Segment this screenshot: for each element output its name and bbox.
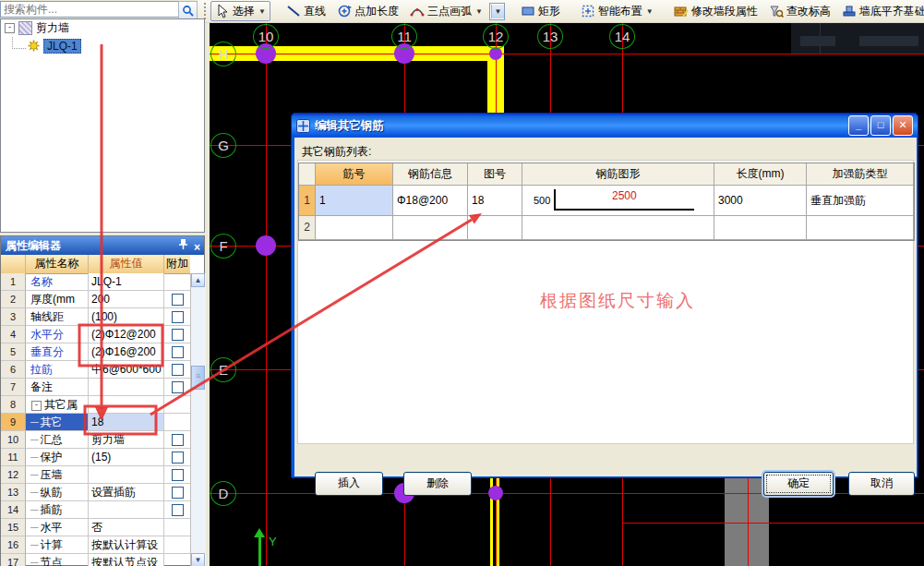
rebar-info-cell[interactable]: Φ18@200	[393, 186, 468, 216]
figure-no-cell[interactable]	[468, 216, 522, 240]
toolbar-button-three-point-arc[interactable]: 三点画弧▼	[405, 1, 487, 21]
close-button[interactable]: ✕	[893, 115, 913, 136]
maximize-button[interactable]: □	[870, 115, 891, 136]
property-value[interactable]: (15)	[89, 449, 164, 466]
property-row-number[interactable]: 2	[1, 291, 26, 308]
property-value[interactable]: 否	[89, 519, 164, 536]
property-value[interactable]: 设置插筋	[89, 484, 164, 501]
property-value[interactable]: 18	[89, 414, 164, 431]
extra-checkbox[interactable]	[172, 346, 184, 358]
property-row-number[interactable]: 16	[1, 536, 26, 554]
property-row-number[interactable]: 13	[1, 484, 26, 501]
property-value[interactable]: 中6@600*600	[89, 361, 164, 379]
extra-checkbox[interactable]	[172, 329, 184, 341]
column-header-length[interactable]: 长度(mm)	[714, 163, 807, 186]
property-row-number[interactable]: 11	[1, 449, 26, 466]
length-cell[interactable]	[714, 216, 807, 240]
rebar-shape-cell[interactable]: 500 2500	[522, 186, 714, 216]
length-cell[interactable]: 3000	[714, 186, 807, 216]
search-button[interactable]	[178, 1, 198, 19]
delete-button[interactable]: 删除	[403, 472, 472, 496]
property-table-scrollbar[interactable]: ▲ ▼	[190, 273, 206, 566]
extra-checkbox[interactable]	[172, 469, 184, 481]
toolbar-combo-style-combo[interactable]: ▼	[489, 3, 505, 20]
property-row-number[interactable]: 7	[1, 379, 26, 396]
property-value[interactable]	[89, 379, 164, 396]
toolbar-button-check-elevation[interactable]: 查改标高	[764, 1, 835, 21]
ok-button[interactable]: 确定	[763, 472, 834, 496]
dialog-titlebar[interactable]: 编辑其它钢筋 _ □ ✕	[292, 114, 918, 138]
pin-icon[interactable]	[178, 238, 188, 250]
column-header-figure-no[interactable]: 图号	[468, 163, 522, 186]
property-value[interactable]: 200	[89, 291, 164, 308]
tree-collapse-icon[interactable]: -	[5, 23, 15, 33]
column-header-rebar-shape[interactable]: 钢筋图形	[522, 163, 714, 186]
toolbar-button-modify-wall-props[interactable]: 修改墙段属性	[669, 1, 762, 21]
chevron-down-icon[interactable]: ▼	[258, 7, 266, 16]
extra-checkbox[interactable]	[172, 452, 184, 464]
toolbar-button-rectangle[interactable]: 矩形	[516, 1, 565, 21]
extra-checkbox[interactable]	[172, 311, 184, 323]
scrollbar-thumb[interactable]	[191, 366, 205, 390]
property-row-number[interactable]: 8	[1, 396, 26, 414]
property-value[interactable]: (2)Φ12@200	[89, 326, 164, 343]
extra-checkbox[interactable]	[172, 381, 184, 393]
group-collapse-icon[interactable]: -	[31, 401, 42, 411]
property-row-number[interactable]: 12	[1, 466, 26, 484]
insert-button[interactable]: 插入	[315, 472, 383, 496]
property-value[interactable]: JLQ-1	[89, 273, 164, 291]
column-header-strengthen-type[interactable]: 加强筋类型	[807, 163, 914, 186]
toolbar-button-line[interactable]: 直线	[282, 1, 330, 21]
row-number[interactable]: 2	[299, 216, 316, 240]
property-value[interactable]	[89, 396, 164, 414]
extra-checkbox[interactable]	[172, 294, 184, 306]
property-row-number[interactable]: 5	[1, 343, 26, 361]
property-row-number[interactable]: 4	[1, 326, 26, 343]
scroll-down-icon[interactable]: ▼	[191, 553, 205, 566]
chevron-down-icon[interactable]: ▼	[646, 7, 654, 16]
strengthen-type-cell[interactable]	[807, 216, 914, 240]
property-value[interactable]	[89, 501, 164, 519]
tree-node-jlq1[interactable]: JLQ-1	[1, 37, 204, 54]
figure-no-cell[interactable]: 18	[468, 186, 522, 216]
tree-node-shear-wall[interactable]: - 剪力墙	[1, 19, 204, 37]
property-value[interactable]: 按默认计算设	[89, 536, 164, 554]
property-value[interactable]	[89, 466, 164, 484]
minimize-button[interactable]: _	[848, 115, 869, 136]
property-row-number[interactable]: 10	[1, 431, 26, 449]
chevron-down-icon[interactable]: ▼	[491, 5, 504, 18]
property-row-number[interactable]: 3	[1, 308, 26, 326]
cancel-button[interactable]: 取消	[848, 472, 915, 496]
property-value[interactable]: 按默认节点设	[89, 554, 164, 566]
bar-no-cell[interactable]: 1	[316, 186, 393, 216]
row-number[interactable]: 1	[299, 186, 316, 216]
rebar-info-cell[interactable]	[393, 216, 468, 240]
extra-checkbox[interactable]	[172, 434, 184, 446]
scroll-up-icon[interactable]: ▲	[191, 273, 205, 287]
chevron-down-icon[interactable]: ▼	[475, 7, 483, 16]
toolbar-button-wall-align-foundation[interactable]: 墙底平齐基础底	[837, 1, 924, 21]
property-row-number[interactable]: 15	[1, 519, 26, 536]
property-row-number[interactable]: 9	[1, 414, 26, 431]
extra-checkbox[interactable]	[172, 487, 184, 499]
property-row-number[interactable]: 17	[1, 554, 26, 566]
column-header-bar-no[interactable]: 筋号	[316, 163, 393, 186]
strengthen-type-cell[interactable]: 垂直加强筋	[807, 186, 914, 216]
bar-no-cell[interactable]	[316, 216, 393, 240]
toolbar-button-select[interactable]: 选择▼	[210, 1, 270, 21]
property-value[interactable]: (100)	[89, 308, 164, 326]
close-icon[interactable]: ×	[194, 238, 200, 257]
property-row-number[interactable]: 6	[1, 361, 26, 379]
property-value[interactable]: (2)Φ16@200	[89, 343, 164, 361]
extra-checkbox[interactable]	[172, 364, 184, 376]
column-header-rebar-info[interactable]: 钢筋信息	[393, 163, 468, 186]
property-row-number[interactable]: 14	[1, 501, 26, 519]
extra-checkbox[interactable]	[172, 504, 184, 516]
rebar-shape-cell[interactable]	[522, 216, 714, 240]
property-row-number[interactable]: 1	[1, 273, 26, 291]
search-input[interactable]	[0, 1, 184, 18]
toolbar-button-smart-layout[interactable]: 智能布置▼	[576, 1, 658, 21]
toolbar-grip[interactable]	[204, 3, 206, 19]
toolbar-button-point-add-length[interactable]: 点加长度	[332, 1, 403, 21]
property-value[interactable]: 剪力墙	[89, 431, 164, 449]
